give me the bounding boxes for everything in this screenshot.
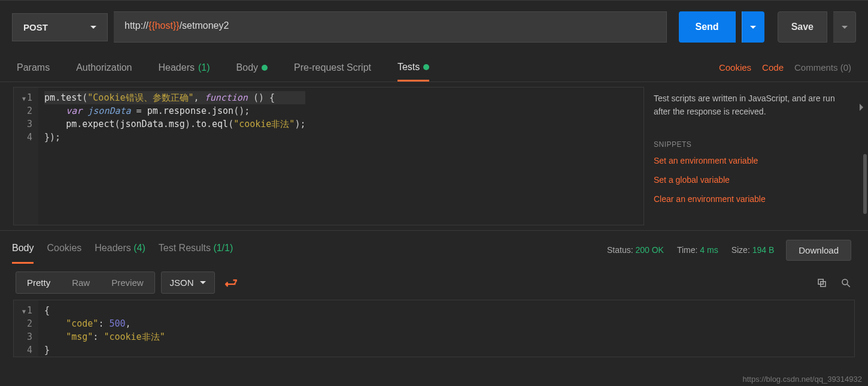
request-tabs-row: Params Authorization Headers (1) Body Pr… <box>0 53 868 82</box>
resp-tab-testresults[interactable]: Test Results (1/1) <box>159 237 233 264</box>
response-tabs: Body Cookies Headers (4) Test Results (1… <box>12 237 607 264</box>
url-suffix: /setmoney2 <box>180 20 229 31</box>
format-select[interactable]: JSON <box>161 272 215 294</box>
send-dropdown[interactable] <box>742 11 764 43</box>
dot-indicator-icon <box>262 65 268 71</box>
snippet-item[interactable]: Set an environment variable <box>654 151 852 170</box>
tab-params[interactable]: Params <box>17 55 50 81</box>
status-value: 200 OK <box>635 245 663 255</box>
resp-tab-headers[interactable]: Headers (4) <box>95 237 145 264</box>
chevron-down-icon <box>200 281 206 284</box>
send-label: Send <box>696 22 719 32</box>
test-results-count: (1/1) <box>213 243 233 253</box>
scrollbar-thumb[interactable] <box>863 154 867 214</box>
tab-headers[interactable]: Headers (1) <box>159 55 210 81</box>
save-label: Save <box>791 22 814 32</box>
time-value: 4 ms <box>700 245 718 255</box>
snippet-item[interactable]: Set a global variable <box>654 170 852 189</box>
svg-point-2 <box>842 279 848 285</box>
view-preview[interactable]: Preview <box>101 272 154 293</box>
response-toolbar: Pretty Raw Preview JSON ⮐ <box>0 264 868 300</box>
response-meta: Status: 200 OK Time: 4 ms Size: 194 B <box>607 245 774 255</box>
resp-code[interactable]: { "code": 500, "msg": "cookie非法" } <box>38 300 171 357</box>
snippets-panel: Test scripts are written in JavaScript, … <box>647 82 868 230</box>
method-select[interactable]: POST <box>12 13 108 41</box>
snippet-item[interactable]: Clear an environment variable <box>654 189 852 209</box>
status-label: Status: <box>607 245 633 255</box>
resp-headers-count: (4) <box>133 243 145 253</box>
panel-description: Test scripts are written in JavaScript, … <box>654 92 852 119</box>
resp-code-value: 500 <box>109 318 125 329</box>
method-value: POST <box>23 22 48 32</box>
snippets-header: SNIPPETS <box>654 140 852 149</box>
response-body-editor[interactable]: ▼1 234 { "code": 500, "msg": "cookie非法" … <box>13 300 855 357</box>
editor-code[interactable]: pm.test("Cookie错误、参数正确", function () { v… <box>38 88 311 225</box>
save-button[interactable]: Save <box>778 11 827 43</box>
size-label: Size: <box>732 245 750 255</box>
watermark: https://blog.csdn.net/qq_39314932 <box>743 375 863 384</box>
expand-arrow-icon[interactable] <box>860 104 863 111</box>
copy-icon[interactable] <box>817 278 827 288</box>
dot-indicator-icon <box>423 64 429 70</box>
format-value: JSON <box>170 278 194 288</box>
search-icon[interactable] <box>840 278 851 288</box>
headers-count: (1) <box>198 62 210 73</box>
right-links: Cookies Code Comments (0) <box>719 62 851 73</box>
test-script-editor[interactable]: ▼1 234 pm.test("Cookie错误、参数正确", function… <box>13 87 644 225</box>
download-button[interactable]: Download <box>786 240 851 261</box>
fold-icon[interactable]: ▼ <box>22 308 26 315</box>
fold-icon[interactable]: ▼ <box>22 95 26 102</box>
size-value: 194 B <box>752 245 775 255</box>
link-code[interactable]: Code <box>762 62 784 73</box>
url-prefix: http:// <box>125 20 148 31</box>
request-tabs: Params Authorization Headers (1) Body Pr… <box>17 55 719 81</box>
view-mode-group: Pretty Raw Preview <box>16 272 155 294</box>
resp-msg-value: cookie非法 <box>109 331 159 342</box>
tab-prerequest[interactable]: Pre-request Script <box>294 55 371 81</box>
save-dropdown[interactable] <box>833 11 856 43</box>
link-comments[interactable]: Comments (0) <box>794 62 851 73</box>
editor-gutter: ▼1 234 <box>14 88 38 225</box>
send-button[interactable]: Send <box>679 11 736 43</box>
wrap-lines-icon[interactable]: ⮐ <box>224 275 238 291</box>
work-area: ▼1 234 pm.test("Cookie错误、参数正确", function… <box>0 82 868 231</box>
chevron-down-icon <box>750 26 756 29</box>
svg-line-3 <box>847 284 850 287</box>
request-bar: POST http://{{host}}/setmoney2 Send Save <box>0 0 868 53</box>
tab-body[interactable]: Body <box>236 55 268 81</box>
resp-tab-body[interactable]: Body <box>12 237 34 264</box>
url-variable: {{host}} <box>148 20 180 31</box>
tab-authorization[interactable]: Authorization <box>76 55 132 81</box>
view-raw[interactable]: Raw <box>61 272 101 293</box>
resp-tab-cookies[interactable]: Cookies <box>47 237 81 264</box>
response-bar: Body Cookies Headers (4) Test Results (1… <box>0 231 868 264</box>
time-label: Time: <box>677 245 697 255</box>
view-pretty[interactable]: Pretty <box>16 272 61 293</box>
resp-gutter: ▼1 234 <box>14 300 38 357</box>
chevron-down-icon <box>90 26 96 29</box>
chevron-down-icon <box>842 26 848 29</box>
tab-tests[interactable]: Tests <box>397 55 429 82</box>
url-input[interactable]: http://{{host}}/setmoney2 <box>114 11 667 43</box>
link-cookies[interactable]: Cookies <box>719 62 751 73</box>
